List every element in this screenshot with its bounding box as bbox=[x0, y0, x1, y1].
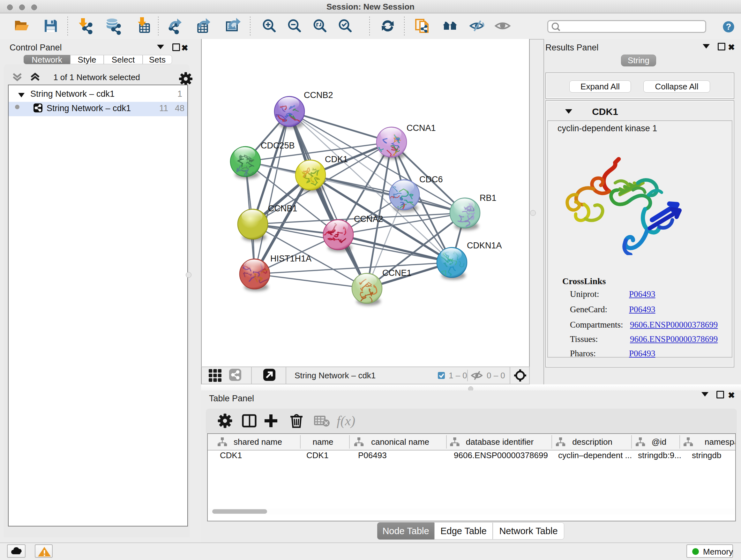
svg-text:CCNB1: CCNB1 bbox=[268, 204, 297, 213]
svg-text:description: description bbox=[572, 437, 612, 447]
svg-text:HIST1H1A: HIST1H1A bbox=[270, 254, 312, 263]
svg-text:RB1: RB1 bbox=[480, 193, 496, 203]
svg-text:f(x): f(x) bbox=[337, 414, 355, 428]
svg-text:@id: @id bbox=[652, 437, 667, 447]
svg-text:database identifier: database identifier bbox=[466, 437, 534, 447]
svg-text:namespac: namespac bbox=[704, 437, 735, 447]
svg-text:CDC6: CDC6 bbox=[419, 175, 443, 184]
svg-text:1 – 0: 1 – 0 bbox=[449, 371, 467, 380]
svg-text:CDC25B: CDC25B bbox=[261, 141, 295, 150]
svg-text:String Network – cdk1: String Network – cdk1 bbox=[294, 371, 376, 380]
svg-text:CCNE1: CCNE1 bbox=[382, 268, 412, 278]
svg-text:CCNA1: CCNA1 bbox=[407, 123, 436, 133]
svg-text:CCNA2: CCNA2 bbox=[354, 214, 383, 224]
svg-text:canonical name: canonical name bbox=[371, 437, 429, 447]
svg-text:?: ? bbox=[726, 22, 731, 32]
svg-text:name: name bbox=[313, 437, 333, 447]
svg-text:CDK1: CDK1 bbox=[325, 154, 348, 164]
svg-text:0 – 0: 0 – 0 bbox=[487, 371, 505, 380]
svg-text:shared name: shared name bbox=[233, 437, 282, 447]
svg-text:CDKN1A: CDKN1A bbox=[467, 241, 502, 250]
svg-text:CCNB2: CCNB2 bbox=[304, 90, 333, 100]
